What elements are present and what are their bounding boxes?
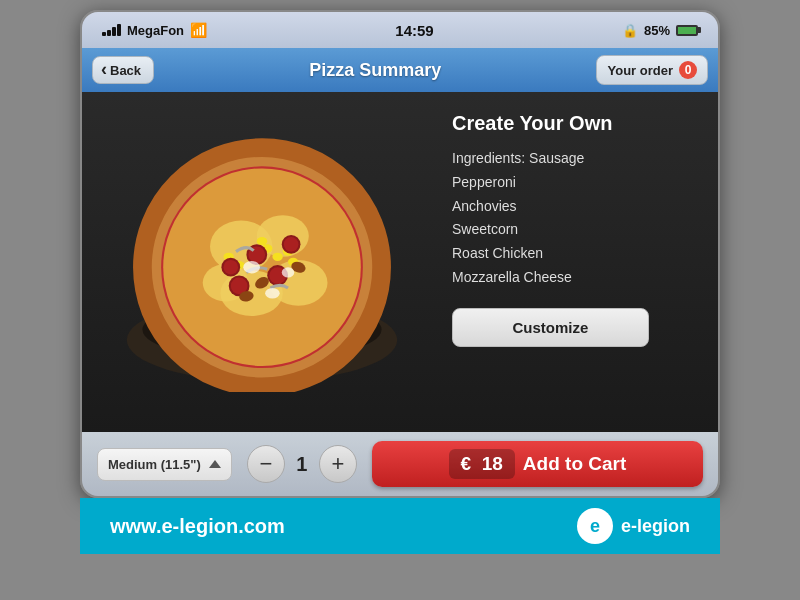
svg-point-25 xyxy=(284,237,299,252)
ingredient-3: Sweetcorn xyxy=(452,221,518,237)
info-panel: Create Your Own Ingredients: Sausage Pep… xyxy=(442,92,718,432)
footer-logo: e e-legion xyxy=(577,508,690,544)
footer-url: www.e-legion.com xyxy=(110,515,285,538)
price-value: 18 xyxy=(482,453,503,474)
svg-point-32 xyxy=(265,288,280,298)
customize-button[interactable]: Customize xyxy=(452,308,649,347)
price-section: € 18 xyxy=(449,449,515,479)
ingredients-list: Ingredients: Sausage Pepperoni Anchovies… xyxy=(452,147,698,290)
quantity-controls: − 1 + xyxy=(247,445,357,483)
ingredient-4: Roast Chicken xyxy=(452,245,543,261)
add-to-cart-label: Add to Cart xyxy=(523,453,626,475)
logo-circle: e xyxy=(577,508,613,544)
battery-percentage: 85% xyxy=(644,23,670,38)
ingredient-2: Anchovies xyxy=(452,198,517,214)
increment-button[interactable]: + xyxy=(319,445,357,483)
pizza-illustration xyxy=(122,132,402,392)
svg-point-33 xyxy=(282,267,294,277)
status-left: MegaFon 📶 xyxy=(102,22,207,38)
time-display: 14:59 xyxy=(395,22,433,39)
status-right: 🔒 85% xyxy=(622,23,698,38)
order-badge[interactable]: Your order 0 xyxy=(596,55,708,85)
wifi-icon: 📶 xyxy=(190,22,207,38)
signal-bars-icon xyxy=(102,24,121,36)
svg-point-11 xyxy=(272,253,282,261)
carrier-label: MegaFon xyxy=(127,23,184,38)
size-arrow-icon xyxy=(209,460,221,468)
nav-bar: Back Pizza Summary Your order 0 xyxy=(82,48,718,92)
size-label: Medium (11.5") xyxy=(108,457,201,472)
brand-name: e-legion xyxy=(621,516,690,537)
pizza-name: Create Your Own xyxy=(452,112,698,135)
ingredients-label: Ingredients: Sausage xyxy=(452,150,584,166)
order-count-badge: 0 xyxy=(679,61,697,79)
phone-frame: MegaFon 📶 14:59 🔒 85% Back Pizza Summary… xyxy=(80,10,720,498)
main-content: Create Your Own Ingredients: Sausage Pep… xyxy=(82,92,718,432)
add-to-cart-button[interactable]: € 18 Add to Cart xyxy=(372,441,703,487)
logo-letter: e xyxy=(590,516,600,537)
svg-point-17 xyxy=(257,237,267,245)
lock-icon: 🔒 xyxy=(622,23,638,38)
svg-point-27 xyxy=(224,260,239,275)
nav-title: Pizza Summary xyxy=(309,60,441,81)
size-selector[interactable]: Medium (11.5") xyxy=(97,448,232,481)
currency-symbol: € xyxy=(461,453,472,474)
back-button[interactable]: Back xyxy=(92,56,154,84)
battery-icon xyxy=(676,25,698,36)
order-label: Your order xyxy=(607,63,673,78)
decrement-button[interactable]: − xyxy=(247,445,285,483)
outer-wrapper: MegaFon 📶 14:59 🔒 85% Back Pizza Summary… xyxy=(0,0,800,600)
pizza-image-area xyxy=(82,92,442,432)
quantity-value: 1 xyxy=(290,453,314,476)
bottom-controls: Medium (11.5") − 1 + € 18 Add to Cart xyxy=(82,432,718,496)
ingredient-1: Pepperoni xyxy=(452,174,516,190)
footer: www.e-legion.com e e-legion xyxy=(80,498,720,554)
svg-point-31 xyxy=(243,261,260,273)
ingredient-5: Mozzarella Cheese xyxy=(452,269,572,285)
status-bar: MegaFon 📶 14:59 🔒 85% xyxy=(82,12,718,48)
